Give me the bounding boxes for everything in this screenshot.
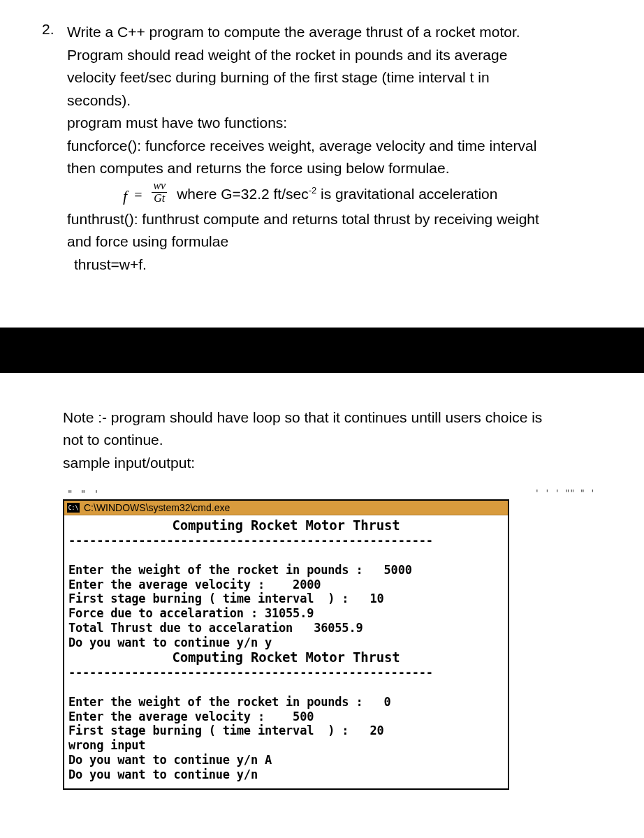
formula-equals: = — [134, 180, 142, 206]
text-line: thrust=w+f. — [74, 253, 539, 277]
terminal-line: Enter the weight of the rocket in pounds… — [68, 695, 391, 709]
fraction-numerator: wv — [152, 180, 167, 193]
text-span: where G=32.2 ft/sec — [177, 186, 309, 202]
terminal-line: Do you want to continue y/n — [68, 767, 258, 781]
text-line: velocity feet/sec during burning of the … — [67, 66, 539, 89]
text-line: seconds). — [67, 89, 539, 112]
terminal-line: Enter the average velocity : 2000 — [68, 578, 321, 591]
terminal-line: First stage burning ( time interval ) : … — [68, 591, 384, 605]
terminal-line: ----------------------------------------… — [68, 666, 433, 679]
formula: f = wv Gt where G=32.2 ft/sec-2 is gravi… — [123, 180, 539, 208]
terminal-line: Do you want to continue y/n A — [68, 753, 272, 767]
note-section: Note :- program should have loop so that… — [0, 385, 644, 482]
text-line: Write a C++ program to compute the avera… — [67, 21, 539, 44]
text-span: is gravitational acceleration — [316, 186, 497, 202]
question-text: Write a C++ program to compute the avera… — [67, 21, 539, 277]
text-line: sample input/output: — [63, 452, 616, 475]
text-line: and force using formulae — [67, 230, 539, 253]
text-line: then computes and returns the force usin… — [67, 157, 539, 180]
formula-description: where G=32.2 ft/sec-2 is gravitational a… — [177, 180, 497, 206]
terminal-output: Computing Rocket Motor Thrust-----------… — [64, 515, 508, 788]
question-number: 2. — [42, 21, 54, 38]
terminal-line: Force due to accelaration : 31055.9 — [68, 606, 314, 620]
cmd-icon: C:\ — [67, 503, 80, 513]
terminal-line: First stage burning ( time interval ) : … — [68, 723, 384, 737]
cropped-text-fragment: " " ' — [63, 488, 100, 499]
text-line: funthrust(): funthrust compute and retur… — [67, 208, 539, 231]
terminal-title: C:\WINDOWS\system32\cmd.exe — [84, 502, 230, 513]
cropped-text-fragment: ' ' ' "" " ' — [534, 488, 616, 499]
terminal-line: Total Thrust due to accelaration 36055.9 — [68, 621, 363, 635]
text-line: program must have two functions: — [67, 112, 539, 135]
formula-variable: f — [123, 180, 127, 208]
terminal-line: Do you want to continue y/n y — [68, 635, 272, 649]
fraction-denominator: Gt — [152, 193, 167, 205]
terminal-heading: Computing Rocket Motor Thrust — [68, 517, 504, 534]
terminal-heading: Computing Rocket Motor Thrust — [68, 649, 504, 666]
text-line: Note :- program should have loop so that… — [63, 406, 616, 429]
terminal-line: ----------------------------------------… — [68, 534, 433, 547]
terminal-window: C:\ C:\WINDOWS\system32\cmd.exe Computin… — [63, 499, 509, 790]
exponent: -2 — [309, 185, 317, 196]
text-line: Program should read weight of the rocket… — [67, 44, 539, 67]
terminal-title-bar: C:\ C:\WINDOWS\system32\cmd.exe — [64, 501, 508, 515]
text-line: not to continue. — [63, 429, 616, 452]
terminal-line: wrong input — [68, 738, 145, 752]
divider-bar — [0, 328, 644, 373]
formula-fraction: wv Gt — [152, 180, 167, 205]
terminal-line: Enter the weight of the rocket in pounds… — [68, 563, 412, 577]
terminal-line: Enter the average velocity : 500 — [68, 710, 314, 723]
text-line: funcforce(): funcforce receives weight, … — [67, 135, 539, 158]
